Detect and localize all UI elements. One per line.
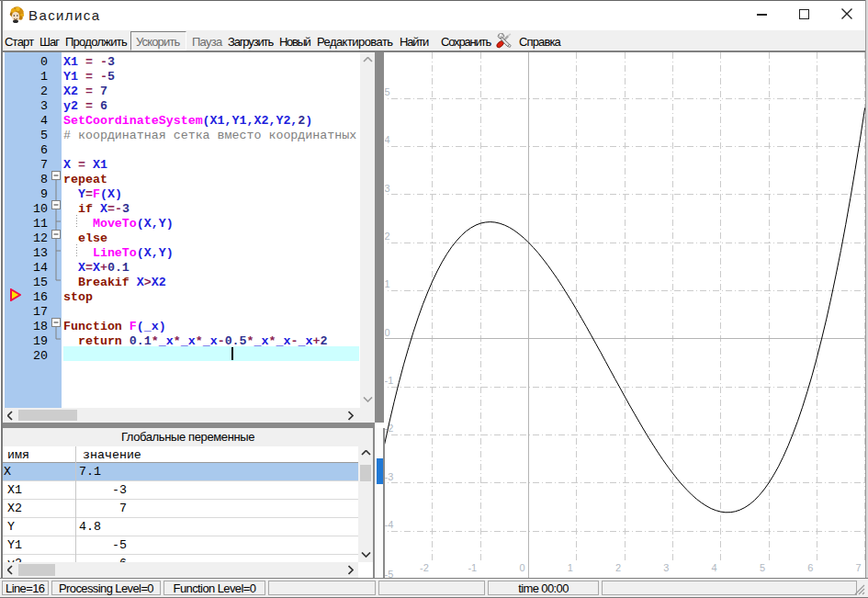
svg-text:0: 0 [519,562,524,573]
svg-text:3: 3 [663,562,669,573]
svg-text:6: 6 [807,562,813,573]
svg-text:-3: -3 [385,471,393,482]
svg-text:5: 5 [385,86,390,97]
svg-text:4: 4 [712,562,717,573]
svg-text:-5: -5 [385,569,393,578]
svg-text:-1: -1 [385,375,393,386]
svg-text:2: 2 [615,562,621,573]
svg-text:1: 1 [568,562,573,573]
svg-text:2: 2 [385,231,390,242]
svg-text:1: 1 [385,278,390,289]
svg-text:0: 0 [385,327,390,338]
svg-text:7: 7 [855,562,861,573]
svg-text:5: 5 [760,562,765,573]
svg-text:-1: -1 [468,562,477,573]
svg-text:-4: -4 [385,519,393,530]
svg-text:-2: -2 [420,562,429,573]
svg-text:3: 3 [385,183,390,194]
svg-text:4: 4 [385,134,390,145]
